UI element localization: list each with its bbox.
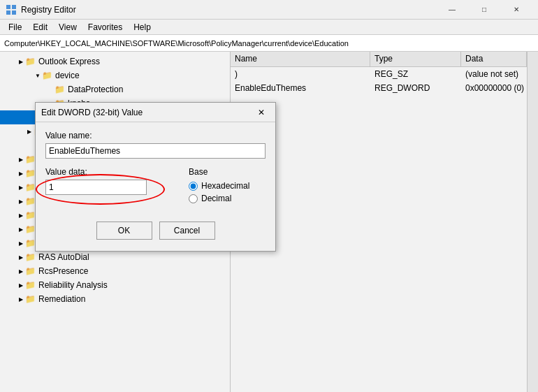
app-icon	[6, 4, 17, 15]
menu-view[interactable]: View	[53, 21, 82, 34]
svg-rect-2	[6, 10, 10, 15]
base-label: Base	[189, 167, 266, 177]
window-controls: — □ ✕	[436, 0, 532, 20]
value-data-label: Value data:	[45, 167, 175, 177]
app-title: Registry Editor	[21, 5, 436, 15]
svg-rect-1	[12, 5, 16, 9]
main-content: ▶ 📁 Outlook Express ▼ 📁 device 📁 DataPro…	[0, 52, 538, 392]
menu-help[interactable]: Help	[128, 21, 157, 34]
close-button[interactable]: ✕	[500, 0, 532, 20]
value-data-section: Value data:	[45, 167, 175, 206]
svg-rect-3	[12, 10, 16, 15]
value-name-label: Value name:	[45, 131, 266, 140]
maximize-button[interactable]: □	[468, 0, 500, 20]
dialog-body: Value name: Value data: Base Hexadecimal	[36, 122, 275, 251]
hexadecimal-radio-row: Hexadecimal	[189, 181, 266, 191]
menu-favorites[interactable]: Favorites	[82, 21, 128, 34]
svg-rect-0	[6, 5, 10, 9]
address-bar: Computer\HKEY_LOCAL_MACHINE\SOFTWARE\Mic…	[0, 35, 538, 52]
menu-file[interactable]: File	[3, 21, 27, 34]
decimal-radio[interactable]	[189, 194, 198, 203]
address-path: Computer\HKEY_LOCAL_MACHINE\SOFTWARE\Mic…	[4, 39, 349, 48]
decimal-label: Decimal	[201, 194, 231, 203]
edit-dword-dialog: Edit DWORD (32-bit) Value ✕ Value name: …	[35, 102, 276, 252]
minimize-button[interactable]: —	[436, 0, 468, 20]
dialog-title-bar: Edit DWORD (32-bit) Value ✕	[36, 103, 275, 122]
dialog-close-button[interactable]: ✕	[253, 104, 270, 121]
dialog-title: Edit DWORD (32-bit) Value	[41, 108, 253, 117]
title-bar: Registry Editor — □ ✕	[0, 0, 538, 20]
value-data-wrapper	[45, 180, 147, 195]
ok-button[interactable]: OK	[96, 222, 152, 240]
value-data-input[interactable]	[45, 180, 147, 195]
decimal-radio-row: Decimal	[189, 194, 266, 203]
menu-bar: File Edit View Favorites Help	[0, 20, 538, 35]
hexadecimal-radio[interactable]	[189, 182, 198, 191]
menu-edit[interactable]: Edit	[27, 21, 53, 34]
base-section: Base Hexadecimal Decimal	[189, 167, 266, 206]
hexadecimal-label: Hexadecimal	[201, 181, 249, 191]
dialog-value-row: Value data: Base Hexadecimal Decimal	[45, 167, 266, 206]
value-name-input[interactable]	[45, 143, 266, 159]
dialog-buttons: OK Cancel	[45, 217, 266, 242]
cancel-button[interactable]: Cancel	[159, 222, 215, 240]
